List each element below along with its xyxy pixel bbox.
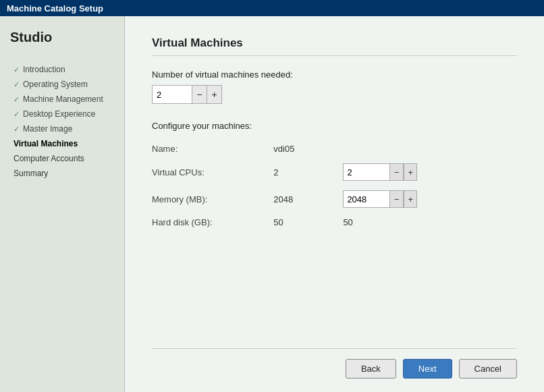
memory-input[interactable] (343, 190, 390, 208)
config-table: Name: vdi05 Virtual CPUs: 2 − + (152, 139, 517, 232)
sidebar-item-label-computer-accounts: Computer Accounts (13, 154, 84, 163)
sidebar-item-label-desktop-experience: Desktop Experience (23, 109, 95, 119)
title-bar: Machine Catalog Setup (0, 0, 544, 16)
back-button[interactable]: Back (346, 359, 396, 379)
sidebar-item-label-machine-management: Machine Management (23, 94, 103, 104)
memory-decrement-button[interactable]: − (390, 190, 404, 208)
disk-display: 50 (343, 213, 517, 232)
sidebar-item-virtual-machines[interactable]: Virtual Machines (10, 136, 114, 151)
vm-count-row: − + (152, 85, 517, 104)
cpu-increment-button[interactable]: + (404, 163, 417, 181)
cpu-stepper: − + (343, 163, 510, 181)
title-bar-label: Machine Catalog Setup (7, 3, 103, 13)
disk-value: 50 (273, 213, 343, 232)
check-icon-master-image: ✓ (13, 125, 20, 134)
sidebar-item-master-image[interactable]: ✓ Master Image (10, 121, 114, 136)
sidebar-item-label-introduction: Introduction (23, 65, 65, 74)
memory-stepper: − + (343, 190, 510, 208)
table-row-memory: Memory (MB): 2048 − + (152, 186, 517, 213)
sidebar-title: Studio (10, 30, 114, 45)
check-icon-introduction: ✓ (13, 65, 20, 74)
vm-count-decrement-button[interactable]: − (192, 85, 207, 104)
sidebar-item-computer-accounts[interactable]: Computer Accounts (10, 151, 114, 166)
content-title: Virtual Machines (152, 36, 517, 56)
sidebar-item-desktop-experience[interactable]: ✓ Desktop Experience (10, 107, 114, 121)
main-container: Studio ✓ Introduction ✓ Operating System… (0, 16, 544, 392)
vm-count-label: Number of virtual machines needed: (152, 69, 517, 80)
memory-increment-button[interactable]: + (404, 190, 417, 208)
name-label: Name: (152, 139, 273, 159)
cpu-decrement-button[interactable]: − (390, 163, 404, 181)
memory-value: 2048 (273, 186, 343, 213)
next-button[interactable]: Next (403, 359, 452, 379)
sidebar-item-label-operating-system: Operating System (23, 80, 88, 89)
memory-label: Memory (MB): (152, 186, 273, 213)
disk-label: Hard disk (GB): (152, 213, 273, 232)
cpu-value: 2 (273, 159, 343, 186)
vm-count-input[interactable] (152, 85, 192, 104)
sidebar: Studio ✓ Introduction ✓ Operating System… (0, 16, 125, 392)
sidebar-item-label-master-image: Master Image (23, 124, 72, 134)
configure-label: Configure your machines: (152, 121, 517, 131)
sidebar-item-label-virtual-machines: Virtual Machines (13, 139, 78, 148)
table-row-name: Name: vdi05 (152, 139, 517, 159)
configure-section: Configure your machines: Name: vdi05 Vir… (152, 121, 517, 232)
check-icon-operating-system: ✓ (13, 80, 20, 89)
sidebar-item-introduction[interactable]: ✓ Introduction (10, 62, 114, 77)
name-value: vdi05 (273, 139, 343, 159)
sidebar-item-machine-management[interactable]: ✓ Machine Management (10, 92, 114, 107)
check-icon-machine-management: ✓ (13, 95, 20, 104)
vm-count-section: Number of virtual machines needed: − + (152, 69, 517, 104)
vm-count-increment-button[interactable]: + (207, 85, 222, 104)
sidebar-item-label-summary: Summary (13, 169, 48, 178)
cancel-button[interactable]: Cancel (459, 359, 517, 379)
table-row-cpu: Virtual CPUs: 2 − + (152, 159, 517, 186)
footer: Back Next Cancel (152, 348, 517, 379)
check-icon-desktop-experience: ✓ (13, 110, 20, 119)
table-row-disk: Hard disk (GB): 50 50 (152, 213, 517, 232)
sidebar-item-operating-system[interactable]: ✓ Operating System (10, 77, 114, 92)
cpu-input[interactable] (343, 163, 390, 181)
cpu-label: Virtual CPUs: (152, 159, 273, 186)
sidebar-item-summary[interactable]: Summary (10, 166, 114, 181)
content-area: Virtual Machines Number of virtual machi… (125, 16, 544, 392)
